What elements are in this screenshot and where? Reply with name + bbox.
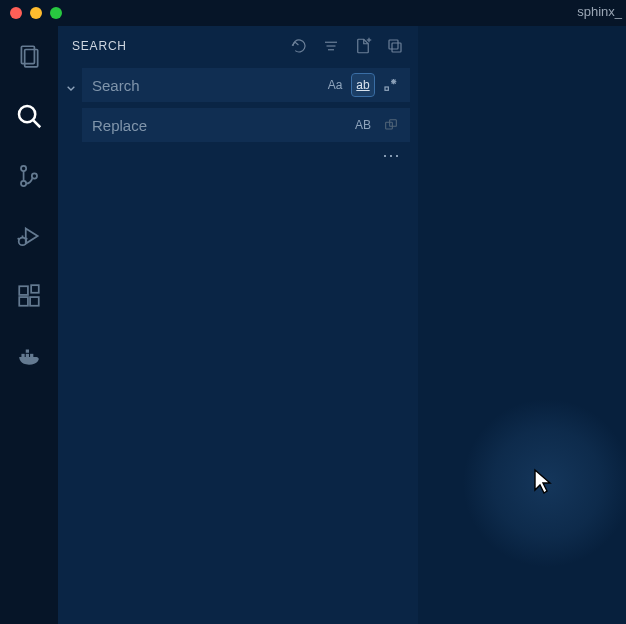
svg-rect-25 xyxy=(389,40,398,49)
svg-point-4 xyxy=(21,166,26,171)
svg-rect-27 xyxy=(385,87,388,90)
editor-area[interactable] xyxy=(418,26,626,624)
use-regex-toggle[interactable] xyxy=(380,74,402,96)
svg-point-2 xyxy=(19,106,35,122)
activity-bar xyxy=(0,26,58,624)
title-bar: sphinx_ xyxy=(0,0,626,26)
search-header-actions xyxy=(290,37,404,55)
search-input-row: Aa ab xyxy=(82,68,410,102)
search-fields: Aa ab AB xyxy=(82,68,410,160)
toggle-replace-button[interactable] xyxy=(60,68,82,96)
svg-line-3 xyxy=(33,120,40,127)
search-body: Aa ab AB xyxy=(58,66,418,160)
svg-rect-19 xyxy=(26,350,29,353)
window-controls xyxy=(10,7,62,19)
search-more-row: ⋯ xyxy=(82,148,410,160)
svg-rect-12 xyxy=(19,286,28,295)
search-panel-title: SEARCH xyxy=(72,39,282,53)
search-panel: SEARCH xyxy=(58,26,418,624)
replace-all-button[interactable] xyxy=(380,114,402,136)
svg-rect-18 xyxy=(30,354,33,357)
close-window-button[interactable] xyxy=(10,7,22,19)
refresh-icon[interactable] xyxy=(290,37,308,55)
replace-input[interactable] xyxy=(92,117,346,134)
window-title: sphinx_ xyxy=(577,4,622,19)
maximize-window-button[interactable] xyxy=(50,7,62,19)
svg-line-10 xyxy=(18,238,20,239)
svg-rect-15 xyxy=(31,285,39,293)
match-whole-word-toggle[interactable]: ab xyxy=(352,74,374,96)
activity-explorer[interactable] xyxy=(9,36,49,76)
replace-input-row: AB xyxy=(82,108,410,142)
activity-source-control[interactable] xyxy=(9,156,49,196)
svg-rect-16 xyxy=(21,354,24,357)
svg-rect-26 xyxy=(392,43,401,52)
new-search-editor-icon[interactable] xyxy=(354,37,372,55)
preserve-case-toggle[interactable]: AB xyxy=(352,114,374,136)
toggle-search-details-button[interactable]: ⋯ xyxy=(382,150,402,160)
svg-point-6 xyxy=(32,173,37,178)
svg-rect-33 xyxy=(390,120,397,127)
svg-rect-32 xyxy=(386,122,393,129)
minimize-window-button[interactable] xyxy=(30,7,42,19)
svg-point-5 xyxy=(21,181,26,186)
collapse-results-icon[interactable] xyxy=(386,37,404,55)
svg-line-11 xyxy=(26,238,28,239)
activity-search[interactable] xyxy=(9,96,49,136)
svg-rect-17 xyxy=(26,354,29,357)
activity-run-debug[interactable] xyxy=(9,216,49,256)
search-panel-header: SEARCH xyxy=(58,26,418,66)
search-input[interactable] xyxy=(92,77,318,94)
match-case-toggle[interactable]: Aa xyxy=(324,74,346,96)
svg-rect-14 xyxy=(30,297,39,306)
svg-rect-13 xyxy=(19,297,28,306)
clear-results-icon[interactable] xyxy=(322,37,340,55)
activity-docker[interactable] xyxy=(9,336,49,376)
svg-marker-7 xyxy=(26,228,38,243)
main-area: SEARCH xyxy=(0,26,626,624)
activity-extensions[interactable] xyxy=(9,276,49,316)
